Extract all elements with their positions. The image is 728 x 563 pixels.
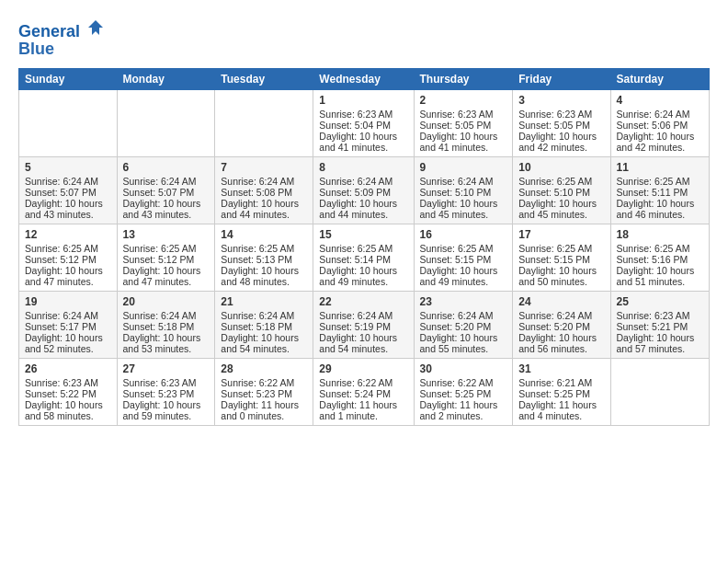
day-number: 20	[123, 295, 210, 308]
daylight-hours: Daylight: 10 hours and 43 minutes.	[25, 198, 111, 220]
sunset: Sunset: 5:12 PM	[25, 254, 111, 265]
sunset: Sunset: 5:20 PM	[518, 321, 604, 332]
day-number: 19	[25, 295, 111, 308]
sunset: Sunset: 5:13 PM	[221, 254, 307, 265]
calendar-cell: 9Sunrise: 6:24 AMSunset: 5:10 PMDaylight…	[414, 156, 513, 224]
sunset: Sunset: 5:12 PM	[123, 254, 210, 265]
daylight-hours: Daylight: 11 hours and 0 minutes.	[221, 399, 307, 421]
calendar-cell: 2Sunrise: 6:23 AMSunset: 5:05 PMDaylight…	[414, 89, 513, 156]
calendar-cell: 17Sunrise: 6:25 AMSunset: 5:15 PMDayligh…	[513, 224, 610, 291]
day-number: 29	[319, 362, 407, 375]
sunrise: Sunrise: 6:23 AM	[617, 310, 703, 321]
daylight-hours: Daylight: 10 hours and 49 minutes.	[420, 265, 507, 287]
sunset: Sunset: 5:10 PM	[518, 187, 604, 198]
logo-text: General	[18, 18, 105, 41]
sunrise: Sunrise: 6:25 AM	[25, 243, 111, 254]
day-number: 31	[518, 362, 604, 375]
daylight-hours: Daylight: 10 hours and 54 minutes.	[221, 332, 307, 354]
calendar-cell: 6Sunrise: 6:24 AMSunset: 5:07 PMDaylight…	[117, 156, 215, 224]
sunrise: Sunrise: 6:25 AM	[123, 243, 210, 254]
sunrise: Sunrise: 6:25 AM	[617, 243, 703, 254]
sunset: Sunset: 5:10 PM	[420, 187, 507, 198]
calendar-cell: 31Sunrise: 6:21 AMSunset: 5:25 PMDayligh…	[513, 358, 610, 425]
day-number: 21	[221, 295, 307, 308]
sunset: Sunset: 5:25 PM	[518, 388, 604, 399]
calendar-cell: 1Sunrise: 6:23 AMSunset: 5:04 PMDaylight…	[313, 89, 414, 156]
day-number: 3	[518, 94, 604, 107]
calendar-week-row: 1Sunrise: 6:23 AMSunset: 5:04 PMDaylight…	[19, 89, 710, 156]
daylight-hours: Daylight: 10 hours and 57 minutes.	[617, 332, 703, 354]
calendar-cell	[215, 89, 313, 156]
sunset: Sunset: 5:18 PM	[221, 321, 307, 332]
calendar-week-row: 19Sunrise: 6:24 AMSunset: 5:17 PMDayligh…	[19, 291, 710, 358]
daylight-hours: Daylight: 10 hours and 54 minutes.	[319, 332, 407, 354]
sunrise: Sunrise: 6:23 AM	[319, 109, 407, 120]
daylight-hours: Daylight: 10 hours and 58 minutes.	[25, 399, 111, 421]
calendar-cell: 19Sunrise: 6:24 AMSunset: 5:17 PMDayligh…	[19, 291, 118, 358]
sunrise: Sunrise: 6:24 AM	[123, 176, 210, 187]
day-number: 15	[319, 228, 407, 241]
day-number: 27	[123, 362, 210, 375]
sunset: Sunset: 5:17 PM	[25, 321, 111, 332]
daylight-hours: Daylight: 10 hours and 44 minutes.	[221, 198, 307, 220]
calendar-cell: 26Sunrise: 6:23 AMSunset: 5:22 PMDayligh…	[19, 358, 118, 425]
daylight-hours: Daylight: 10 hours and 47 minutes.	[123, 265, 210, 287]
sunset: Sunset: 5:15 PM	[518, 254, 604, 265]
calendar-header-friday: Friday	[513, 68, 610, 89]
sunset: Sunset: 5:18 PM	[123, 321, 210, 332]
calendar-cell: 18Sunrise: 6:25 AMSunset: 5:16 PMDayligh…	[610, 224, 709, 291]
sunset: Sunset: 5:24 PM	[319, 388, 407, 399]
sunset: Sunset: 5:25 PM	[420, 388, 507, 399]
sunset: Sunset: 5:20 PM	[420, 321, 507, 332]
svg-marker-0	[88, 20, 103, 35]
calendar-cell	[19, 89, 118, 156]
calendar-week-row: 26Sunrise: 6:23 AMSunset: 5:22 PMDayligh…	[19, 358, 710, 425]
daylight-hours: Daylight: 10 hours and 46 minutes.	[617, 198, 703, 220]
sunrise: Sunrise: 6:24 AM	[123, 310, 210, 321]
logo-icon	[86, 18, 105, 37]
daylight-hours: Daylight: 10 hours and 41 minutes.	[319, 131, 407, 153]
daylight-hours: Daylight: 10 hours and 48 minutes.	[221, 265, 307, 287]
sunset: Sunset: 5:19 PM	[319, 321, 407, 332]
calendar-header-thursday: Thursday	[414, 68, 513, 89]
day-number: 4	[617, 94, 703, 107]
calendar-cell: 16Sunrise: 6:25 AMSunset: 5:15 PMDayligh…	[414, 224, 513, 291]
day-number: 14	[221, 228, 307, 241]
calendar-header-monday: Monday	[117, 68, 215, 89]
calendar-header-row: SundayMondayTuesdayWednesdayThursdayFrid…	[19, 68, 710, 89]
calendar-cell: 25Sunrise: 6:23 AMSunset: 5:21 PMDayligh…	[610, 291, 709, 358]
daylight-hours: Daylight: 10 hours and 50 minutes.	[518, 265, 604, 287]
calendar-cell: 15Sunrise: 6:25 AMSunset: 5:14 PMDayligh…	[313, 224, 414, 291]
sunrise: Sunrise: 6:25 AM	[518, 176, 604, 187]
calendar-cell: 23Sunrise: 6:24 AMSunset: 5:20 PMDayligh…	[414, 291, 513, 358]
daylight-hours: Daylight: 10 hours and 55 minutes.	[420, 332, 507, 354]
sunrise: Sunrise: 6:21 AM	[518, 377, 604, 388]
sunrise: Sunrise: 6:24 AM	[319, 176, 407, 187]
daylight-hours: Daylight: 10 hours and 42 minutes.	[617, 131, 703, 153]
calendar-cell	[117, 89, 215, 156]
header: General Blue	[18, 18, 710, 59]
sunset: Sunset: 5:05 PM	[420, 120, 507, 131]
day-number: 25	[617, 295, 703, 308]
sunrise: Sunrise: 6:25 AM	[518, 243, 604, 254]
sunrise: Sunrise: 6:24 AM	[319, 310, 407, 321]
sunset: Sunset: 5:08 PM	[221, 187, 307, 198]
sunset: Sunset: 5:14 PM	[319, 254, 407, 265]
calendar-cell: 14Sunrise: 6:25 AMSunset: 5:13 PMDayligh…	[215, 224, 313, 291]
sunrise: Sunrise: 6:22 AM	[319, 377, 407, 388]
sunset: Sunset: 5:06 PM	[617, 120, 703, 131]
daylight-hours: Daylight: 11 hours and 4 minutes.	[518, 399, 604, 421]
sunset: Sunset: 5:15 PM	[420, 254, 507, 265]
sunrise: Sunrise: 6:24 AM	[25, 310, 111, 321]
day-number: 23	[420, 295, 507, 308]
day-number: 1	[319, 94, 407, 107]
sunset: Sunset: 5:16 PM	[617, 254, 703, 265]
calendar-cell: 24Sunrise: 6:24 AMSunset: 5:20 PMDayligh…	[513, 291, 610, 358]
daylight-hours: Daylight: 10 hours and 52 minutes.	[25, 332, 111, 354]
sunset: Sunset: 5:07 PM	[25, 187, 111, 198]
day-number: 18	[617, 228, 703, 241]
calendar: SundayMondayTuesdayWednesdayThursdayFrid…	[18, 68, 710, 426]
sunrise: Sunrise: 6:24 AM	[518, 310, 604, 321]
sunrise: Sunrise: 6:24 AM	[221, 310, 307, 321]
sunrise: Sunrise: 6:23 AM	[123, 377, 210, 388]
